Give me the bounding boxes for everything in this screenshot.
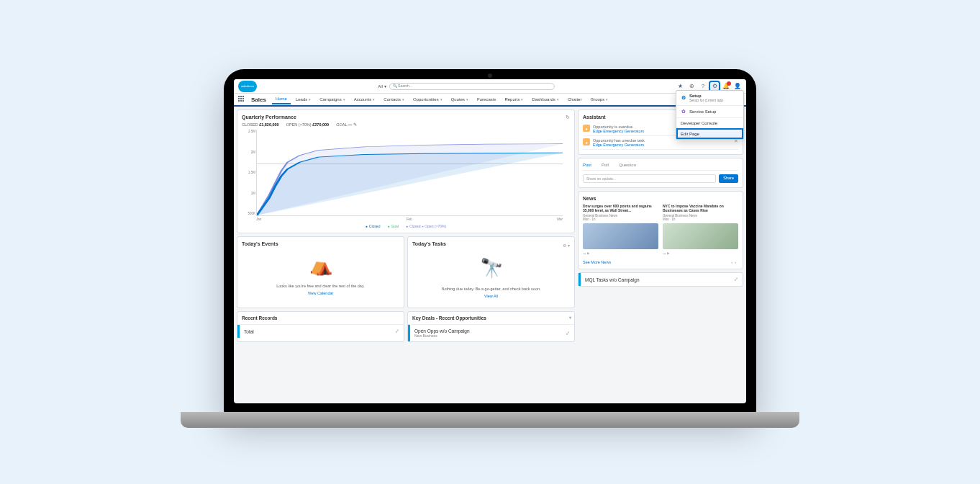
service-setup-icon: ✿ bbox=[681, 109, 686, 115]
setup-gear-icon[interactable]: ⚙ bbox=[710, 82, 719, 91]
opportunity-icon: ▸ bbox=[583, 138, 590, 145]
assistant-card: Assistant ▸ Opportunity is overdueEdge E… bbox=[578, 109, 743, 155]
tab-reports[interactable]: Reports▾ bbox=[501, 95, 527, 104]
legend-goal: Goal bbox=[387, 224, 399, 228]
view-all-tasks-link[interactable]: View All bbox=[412, 294, 570, 298]
performance-chart: 2.5M2M1.5M1M500K bbox=[256, 130, 563, 216]
setup-dropdown-menu: ⚙SetupSetup for current app ✿Service Set… bbox=[676, 90, 744, 140]
share-button[interactable]: Share bbox=[719, 174, 738, 183]
events-illustration: ⛺ bbox=[242, 251, 399, 279]
notifications-icon[interactable]: 🔔 bbox=[722, 82, 730, 91]
key-deal-item[interactable]: Open Opps w/o CampaignNew Business⤢ bbox=[408, 325, 574, 341]
news-thumbnail bbox=[663, 223, 738, 249]
card-menu-icon[interactable]: ▾ bbox=[569, 315, 571, 320]
tab-dashboards[interactable]: Dashboards▾ bbox=[528, 95, 562, 104]
tab-forecasts[interactable]: Forecasts bbox=[473, 95, 499, 104]
global-header: salesforce All ▾ 🔍 Search... ★ ⊕ ? ⚙ 🔔 👤 bbox=[234, 79, 746, 94]
open-stat: OPEN (>70%) £270,000 bbox=[286, 122, 329, 127]
salesforce-app: salesforce All ▾ 🔍 Search... ★ ⊕ ? ⚙ 🔔 👤… bbox=[234, 79, 746, 403]
search-scope[interactable]: All ▾ bbox=[378, 84, 386, 89]
legend-open: Closed + Open (>70%) bbox=[406, 224, 446, 228]
todays-tasks-card: Today's Tasks⚙ ▾ 🔭 Nothing due today. Be… bbox=[407, 236, 575, 308]
setup-menu-header[interactable]: ⚙SetupSetup for current app bbox=[676, 91, 743, 105]
feed-tab-poll[interactable]: Poll bbox=[602, 163, 609, 167]
tasks-illustration: 🔭 bbox=[412, 254, 570, 282]
expand-icon[interactable]: ⤢ bbox=[395, 328, 399, 334]
legend-closed: Closed bbox=[366, 224, 381, 228]
app-launcher-icon[interactable] bbox=[238, 96, 245, 103]
developer-console-item[interactable]: Developer Console bbox=[676, 117, 743, 128]
tab-accounts[interactable]: Accounts▾ bbox=[350, 95, 379, 104]
global-search-input[interactable]: 🔍 Search... bbox=[389, 83, 555, 90]
avatar-icon[interactable]: 👤 bbox=[733, 82, 742, 91]
history-icon[interactable]: ⊕ bbox=[687, 82, 696, 91]
news-next-icon[interactable]: › bbox=[735, 260, 738, 264]
gear-icon: ⚙ bbox=[681, 95, 686, 101]
tab-opportunities[interactable]: Opportunities▾ bbox=[409, 95, 446, 104]
chatter-publisher-card: Post Poll Question Share an update... Sh… bbox=[578, 158, 743, 188]
refresh-icon[interactable]: ↻ bbox=[566, 115, 570, 120]
tab-home[interactable]: Home bbox=[272, 94, 291, 104]
tab-contacts[interactable]: Contacts▾ bbox=[380, 95, 408, 104]
card-title: Today's Tasks bbox=[412, 241, 446, 246]
nav-bar: Sales Home Leads▾ Campaigns▾ Accounts▾ C… bbox=[234, 94, 746, 107]
see-more-news-link[interactable]: See More News bbox=[583, 260, 611, 264]
opportunity-icon: ▸ bbox=[583, 125, 590, 132]
news-card: News Dow surges over 600 points and rega… bbox=[578, 191, 743, 269]
recent-record-item[interactable]: Total⤢ bbox=[237, 325, 404, 338]
news-item[interactable]: NYC to Impose Vaccine Mandate on Busines… bbox=[663, 204, 738, 256]
tasks-empty-msg: Nothing due today. Be a go-getter, and c… bbox=[412, 287, 570, 291]
mql-tasks-card: MQL Tasks w/o Campaign⤢ bbox=[578, 272, 743, 287]
help-icon[interactable]: ? bbox=[699, 82, 707, 91]
goal-stat: GOAL — ✎ bbox=[336, 122, 357, 127]
card-title: News bbox=[583, 196, 738, 201]
card-title: Today's Events bbox=[242, 241, 399, 246]
news-item[interactable]: Dow surges over 600 points and regains 3… bbox=[583, 204, 658, 256]
card-title: Quarterly Performance bbox=[242, 115, 570, 120]
expand-icon[interactable]: ⤢ bbox=[734, 277, 738, 282]
salesforce-logo[interactable]: salesforce bbox=[238, 81, 257, 92]
tab-groups[interactable]: Groups▾ bbox=[586, 95, 612, 104]
service-setup-item[interactable]: ✿Service Setup bbox=[676, 105, 743, 117]
mql-task-item[interactable]: MQL Tasks w/o Campaign⤢ bbox=[579, 273, 743, 286]
recent-records-card: Recent Records Total⤢ bbox=[237, 311, 404, 342]
quarterly-performance-card: Quarterly Performance ↻ CLOSED £1,820,00… bbox=[237, 109, 575, 233]
tab-chatter[interactable]: Chatter bbox=[564, 95, 586, 104]
share-update-input[interactable]: Share an update... bbox=[583, 174, 716, 183]
app-name: Sales bbox=[251, 97, 266, 103]
view-calendar-link[interactable]: View Calendar bbox=[242, 291, 399, 295]
tasks-settings-icon[interactable]: ⚙ ▾ bbox=[563, 243, 570, 248]
tab-leads[interactable]: Leads▾ bbox=[292, 95, 314, 104]
favorites-icon[interactable]: ★ bbox=[676, 82, 684, 91]
closed-stat: CLOSED £1,820,000 bbox=[242, 122, 279, 127]
news-thumbnail bbox=[583, 223, 658, 249]
expand-icon[interactable]: ⤢ bbox=[566, 331, 570, 336]
card-title: Key Deals - Recent Opportunities▾ bbox=[408, 312, 574, 325]
tab-campaigns[interactable]: Campaigns▾ bbox=[316, 95, 348, 104]
tab-quotes[interactable]: Quotes▾ bbox=[448, 95, 472, 104]
edit-page-item[interactable]: Edit Page bbox=[676, 128, 743, 139]
card-title: Recent Records bbox=[237, 312, 404, 325]
events-empty-msg: Looks like you're free and clear the res… bbox=[242, 284, 399, 288]
feed-tab-question[interactable]: Question bbox=[619, 163, 636, 167]
feed-tab-post[interactable]: Post bbox=[583, 163, 591, 167]
key-deals-card: Key Deals - Recent Opportunities▾ Open O… bbox=[407, 311, 575, 342]
todays-events-card: Today's Events ⛺ Looks like you're free … bbox=[237, 236, 404, 308]
